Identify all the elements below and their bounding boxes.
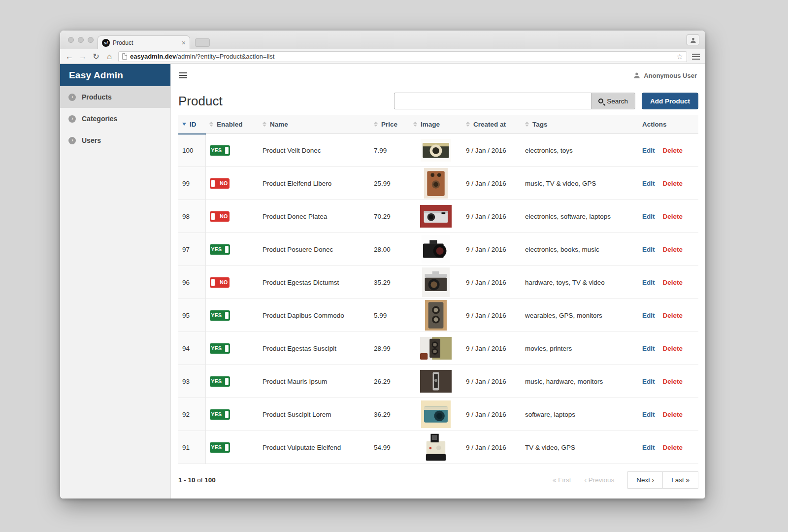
browser-profile-button[interactable] (687, 34, 699, 45)
sortable-icon (413, 122, 417, 127)
pagination-last[interactable]: Last » (662, 471, 698, 489)
sidebar-item-label: Users (82, 136, 101, 144)
column-header-price[interactable]: Price (370, 115, 409, 134)
column-header-created-at[interactable]: Created at (462, 115, 521, 134)
enabled-toggle[interactable]: NO (210, 211, 230, 222)
url-text[interactable]: easyadmin.dev/admin/?entity=Product&acti… (130, 53, 674, 60)
delete-link[interactable]: Delete (663, 444, 683, 451)
product-image (420, 365, 452, 398)
address-bar[interactable]: easyadmin.dev/admin/?entity=Product&acti… (118, 51, 687, 62)
edit-link[interactable]: Edit (642, 378, 655, 385)
product-image (420, 332, 452, 365)
vintage-box-camera (421, 139, 451, 162)
tab-close-icon[interactable]: × (182, 39, 186, 46)
cell-name: Product Velit Donec (259, 134, 370, 167)
cell-name: Product Posuere Donec (259, 233, 370, 266)
edit-link[interactable]: Edit (642, 411, 655, 418)
delete-link[interactable]: Delete (663, 411, 683, 418)
enabled-toggle[interactable]: YES (210, 244, 230, 255)
cell-image (409, 299, 462, 332)
results-summary: 1 - 10 of 100 (178, 476, 216, 484)
cell-tags: hardware, toys, TV & video (521, 266, 638, 299)
edit-link[interactable]: Edit (642, 180, 655, 187)
cell-actions: EditDelete (638, 200, 698, 233)
table-row: 100YESProduct Velit Donec7.999 / Jan / 2… (178, 134, 698, 167)
minimize-window-button[interactable] (78, 37, 84, 43)
delete-link[interactable]: Delete (663, 312, 683, 319)
enabled-toggle[interactable]: YES (210, 310, 230, 321)
toggle-knob-icon (225, 246, 229, 253)
column-header-image[interactable]: Image (409, 115, 462, 134)
cell-tags: music, hardware, monitors (521, 365, 638, 398)
product-image (420, 134, 452, 166)
browser-menu-icon[interactable] (691, 53, 700, 61)
sortable-icon (263, 122, 266, 127)
column-header-enabled[interactable]: Enabled (205, 115, 259, 134)
search-input[interactable] (394, 93, 591, 109)
edit-link[interactable]: Edit (642, 312, 655, 319)
search-button[interactable]: Search (591, 93, 635, 109)
new-tab-button[interactable] (195, 38, 210, 47)
delete-link[interactable]: Delete (663, 279, 683, 286)
toggle-label: YES (211, 246, 222, 252)
column-label: Actions (642, 121, 667, 128)
main-area: Anonymous User Product Search (171, 64, 705, 499)
toggle-label: YES (211, 147, 222, 153)
browser-tab[interactable]: sf Product × (98, 35, 190, 49)
sortable-icon (525, 122, 529, 127)
search-icon (598, 99, 603, 103)
cell-id: 96 (178, 266, 205, 299)
delete-link[interactable]: Delete (663, 378, 683, 385)
edit-link[interactable]: Edit (642, 279, 655, 286)
column-header-id[interactable]: ID (178, 115, 205, 134)
toggle-knob-icon (225, 312, 229, 319)
add-product-button[interactable]: Add Product (642, 93, 698, 109)
sidebar-toggle-icon[interactable] (179, 72, 187, 78)
enabled-toggle[interactable]: YES (210, 409, 230, 420)
edit-link[interactable]: Edit (642, 444, 655, 451)
delete-link[interactable]: Delete (663, 345, 683, 352)
product-table: IDEnabledNamePriceImageCreated atTagsAct… (178, 115, 698, 464)
table-row: 91YESProduct Vulputate Eleifend54.999 / … (178, 431, 698, 464)
delete-link[interactable]: Delete (663, 213, 683, 220)
table-header: IDEnabledNamePriceImageCreated atTagsAct… (178, 115, 698, 134)
edit-link[interactable]: Edit (642, 246, 655, 253)
delete-link[interactable]: Delete (663, 147, 683, 154)
search-button-label: Search (607, 98, 628, 105)
delete-link[interactable]: Delete (663, 180, 683, 187)
edit-link[interactable]: Edit (642, 147, 655, 154)
edit-link[interactable]: Edit (642, 213, 655, 220)
pagination-next[interactable]: Next › (627, 471, 663, 489)
edit-link[interactable]: Edit (642, 345, 655, 352)
results-of: of (197, 476, 202, 484)
sidebar-item-categories[interactable]: › Categories (60, 108, 170, 130)
cell-image (409, 167, 462, 200)
toggle-knob-icon (211, 180, 215, 187)
close-window-button[interactable] (68, 37, 74, 43)
back-button[interactable]: ← (65, 53, 74, 61)
enabled-toggle[interactable]: YES (210, 145, 230, 156)
enabled-toggle[interactable]: NO (210, 178, 230, 189)
cell-enabled: NO (205, 200, 259, 233)
enabled-toggle[interactable]: YES (210, 376, 230, 387)
cell-name: Product Vulputate Eleifend (259, 431, 370, 464)
maximize-window-button[interactable] (88, 37, 94, 43)
home-button[interactable]: ⌂ (105, 53, 114, 61)
enabled-toggle[interactable]: NO (210, 277, 230, 288)
product-image (420, 200, 452, 233)
column-header-tags[interactable]: Tags (521, 115, 638, 134)
sidebar-item-users[interactable]: › Users (60, 130, 170, 151)
column-header-name[interactable]: Name (259, 115, 370, 134)
reload-button[interactable]: ↻ (92, 53, 100, 61)
cell-id: 99 (178, 167, 205, 200)
cell-image (409, 233, 462, 266)
cell-created-at: 9 / Jan / 2016 (462, 200, 521, 233)
window-controls (68, 37, 94, 43)
desktop-background: sf Product × ← → ↻ ⌂ easyadmin.dev/admin… (0, 0, 788, 532)
bookmark-star-icon[interactable]: ☆ (677, 52, 683, 61)
enabled-toggle[interactable]: YES (210, 343, 230, 354)
delete-link[interactable]: Delete (663, 246, 683, 253)
sidebar-item-products[interactable]: › Products (60, 86, 170, 108)
column-label: Price (381, 121, 397, 128)
enabled-toggle[interactable]: YES (210, 442, 230, 453)
